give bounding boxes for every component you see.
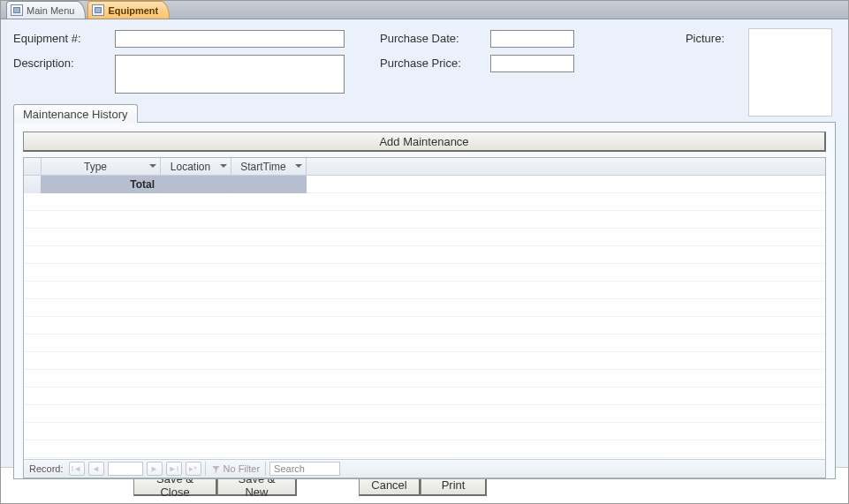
- column-header-type[interactable]: Type: [42, 158, 161, 175]
- description-label: Description:: [13, 55, 115, 70]
- column-header-location[interactable]: Location: [161, 158, 231, 175]
- picture-label: Picture:: [686, 32, 724, 45]
- chevron-down-icon[interactable]: [218, 161, 229, 171]
- purchase-date-input[interactable]: [490, 30, 574, 48]
- nav-new-button[interactable]: ▸*: [186, 462, 201, 476]
- subtab-panel: Add Maintenance Type Location StartTime: [13, 122, 836, 479]
- form-icon: [11, 4, 23, 16]
- column-header-empty: [307, 158, 825, 175]
- datasheet-header-row: Type Location StartTime: [24, 158, 825, 176]
- totals-row: Total: [24, 176, 825, 193]
- nav-next-button[interactable]: ►: [147, 462, 163, 476]
- form-body: Picture: Equipment #: Purchase Date: Des…: [1, 19, 848, 468]
- select-all-corner[interactable]: [24, 158, 42, 175]
- subtab-maintenance-history[interactable]: Maintenance History: [13, 104, 138, 123]
- document-tabs-bar: Main Menu Equipment: [1, 1, 848, 19]
- search-box[interactable]: Search: [269, 462, 340, 476]
- filter-icon: [211, 464, 221, 474]
- purchase-date-label: Purchase Date:: [380, 30, 490, 45]
- subtab-label: Maintenance History: [23, 108, 128, 121]
- chevron-down-icon[interactable]: [148, 161, 158, 171]
- purchase-price-label: Purchase Price:: [380, 55, 490, 70]
- add-maintenance-button[interactable]: Add Maintenance: [23, 132, 826, 152]
- column-header-starttime[interactable]: StartTime: [231, 158, 307, 175]
- maintenance-datasheet: Type Location StartTime: [23, 157, 826, 478]
- record-label: Record:: [29, 463, 64, 474]
- record-number-box[interactable]: [108, 462, 143, 476]
- nav-first-button[interactable]: I◄: [69, 462, 85, 476]
- row-selector[interactable]: [24, 176, 42, 193]
- equipment-num-input[interactable]: [115, 30, 345, 48]
- total-starttime-cell: [231, 176, 307, 193]
- tab-label: Main Menu: [27, 5, 74, 16]
- total-location-cell: [161, 176, 231, 193]
- purchase-price-input[interactable]: [490, 55, 574, 72]
- total-label-cell: Total: [42, 176, 161, 193]
- form-icon: [92, 4, 104, 16]
- datasheet-body[interactable]: Total: [24, 176, 825, 459]
- subtab-header: Maintenance History: [13, 102, 836, 122]
- nav-prev-button[interactable]: ◄: [88, 462, 104, 476]
- nav-last-button[interactable]: ►I: [166, 462, 182, 476]
- description-input[interactable]: [115, 55, 345, 94]
- tab-label: Equipment: [108, 5, 158, 16]
- tab-main-menu[interactable]: Main Menu: [6, 1, 86, 19]
- record-navigator: Record: I◄ ◄ ► ►I ▸* No Filter Search: [24, 459, 825, 478]
- filter-indicator[interactable]: No Filter: [205, 462, 267, 476]
- equipment-num-label: Equipment #:: [13, 30, 115, 45]
- tab-equipment[interactable]: Equipment: [87, 1, 170, 19]
- chevron-down-icon[interactable]: [293, 161, 304, 171]
- subtab-control: Maintenance History Add Maintenance Type…: [13, 102, 836, 479]
